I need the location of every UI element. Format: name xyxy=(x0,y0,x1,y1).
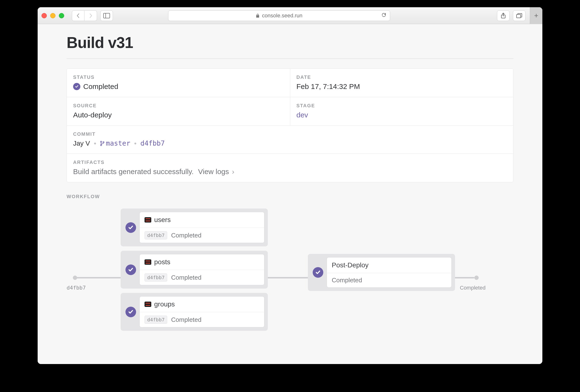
view-logs-link[interactable]: View logs › xyxy=(198,168,234,176)
artifacts-label: ARTIFACTS xyxy=(73,160,507,165)
build-info-panel: STATUS Completed DATE Feb 17, 7:14:32 PM… xyxy=(67,69,513,182)
source-label: SOURCE xyxy=(73,103,284,108)
pipeline-end-node xyxy=(474,276,479,280)
refresh-button[interactable] xyxy=(381,12,387,19)
workflow-label: WORKFLOW xyxy=(67,194,513,199)
window-controls xyxy=(41,13,64,18)
stack-icon xyxy=(145,217,151,222)
postdeploy-status: Completed xyxy=(332,277,362,284)
close-window-button[interactable] xyxy=(41,13,47,18)
stack-icon xyxy=(145,301,151,307)
workflow-services-column: users d4fbb7Completed posts d4fbb7Comple… xyxy=(121,208,268,335)
svg-rect-3 xyxy=(517,14,521,18)
forward-button[interactable] xyxy=(84,10,97,21)
check-circle-icon xyxy=(126,265,136,275)
service-name: groups xyxy=(154,300,175,308)
source-value: Auto-deploy xyxy=(73,111,284,119)
artifacts-text: Build artifacts generated successfully. xyxy=(73,168,194,176)
pipeline-end-label: Completed xyxy=(460,285,485,291)
date-value: Feb 17, 7:14:32 PM xyxy=(296,83,507,91)
back-button[interactable] xyxy=(72,10,84,21)
minimize-window-button[interactable] xyxy=(50,13,55,18)
service-card-users[interactable]: users d4fbb7Completed xyxy=(121,208,268,246)
check-circle-icon xyxy=(126,222,136,233)
svg-point-4 xyxy=(100,141,102,142)
commit-author: Jay V xyxy=(73,140,90,147)
service-status: Completed xyxy=(171,232,201,239)
status-value: Completed xyxy=(83,83,118,91)
tabs-button[interactable] xyxy=(513,10,526,21)
separator-dot: • xyxy=(94,140,96,147)
check-circle-icon xyxy=(313,267,323,278)
svg-point-5 xyxy=(100,144,102,146)
commit-branch-link[interactable]: master xyxy=(100,139,130,147)
maximize-window-button[interactable] xyxy=(59,13,64,18)
address-bar[interactable]: console.seed.run xyxy=(168,10,390,21)
browser-titlebar: console.seed.run + xyxy=(38,7,542,24)
new-tab-button[interactable]: + xyxy=(530,7,542,24)
git-branch-icon xyxy=(100,141,105,146)
workflow-diagram: d4fbb7 Completed users d4fbb7Completed p… xyxy=(67,208,513,334)
date-label: DATE xyxy=(296,75,507,80)
service-name: posts xyxy=(154,258,170,266)
check-circle-icon xyxy=(126,307,136,317)
postdeploy-card[interactable]: Post-Deploy Completed xyxy=(308,254,455,291)
browser-window: console.seed.run + Build v31 STATUS xyxy=(38,7,542,364)
stack-icon xyxy=(145,259,151,265)
nav-buttons xyxy=(72,10,97,21)
commit-cell: COMMIT Jay V • master • d4fbb7 xyxy=(67,126,513,154)
sidebar-toggle-button[interactable] xyxy=(100,10,113,21)
stage-cell: STAGE dev xyxy=(290,97,513,126)
service-sha: d4fbb7 xyxy=(145,316,167,324)
status-cell: STATUS Completed xyxy=(67,69,290,97)
workflow-postdeploy-column: Post-Deploy Completed xyxy=(308,254,455,295)
service-card-posts[interactable]: posts d4fbb7Completed xyxy=(121,251,268,289)
service-sha: d4fbb7 xyxy=(145,231,167,239)
pipeline-connector xyxy=(75,277,126,279)
service-sha: d4fbb7 xyxy=(145,273,167,282)
service-card-groups[interactable]: groups d4fbb7Completed xyxy=(121,293,268,331)
share-button[interactable] xyxy=(497,10,510,21)
pipeline-start-node xyxy=(73,276,77,280)
postdeploy-name: Post-Deploy xyxy=(332,261,369,269)
page-content: Build v31 STATUS Completed DATE Feb 17, … xyxy=(38,24,542,364)
separator-dot: • xyxy=(134,140,137,147)
stage-link[interactable]: dev xyxy=(296,111,507,119)
service-name: users xyxy=(154,216,170,224)
status-label: STATUS xyxy=(73,75,284,80)
pipeline-start-label: d4fbb7 xyxy=(67,285,86,291)
divider xyxy=(67,58,513,59)
svg-point-6 xyxy=(103,142,104,143)
chevron-right-icon: › xyxy=(230,168,234,176)
commit-sha-link[interactable]: d4fbb7 xyxy=(141,139,165,147)
artifacts-cell: ARTIFACTS Build artifacts generated succ… xyxy=(67,154,513,182)
service-status: Completed xyxy=(171,316,201,323)
stage-label: STAGE xyxy=(296,103,507,108)
source-cell: SOURCE Auto-deploy xyxy=(67,97,290,126)
date-cell: DATE Feb 17, 7:14:32 PM xyxy=(290,69,513,97)
page-title: Build v31 xyxy=(67,34,513,52)
commit-label: COMMIT xyxy=(73,131,507,137)
address-url: console.seed.run xyxy=(262,12,302,19)
service-status: Completed xyxy=(171,274,201,281)
lock-icon xyxy=(256,13,260,18)
svg-rect-0 xyxy=(104,13,110,18)
check-circle-icon xyxy=(73,83,80,90)
